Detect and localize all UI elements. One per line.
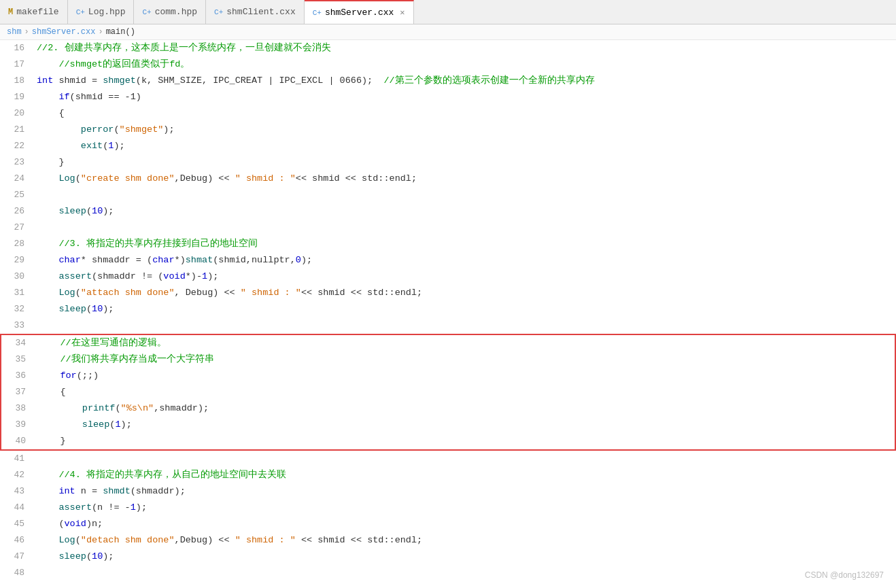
line-content: //我们将共享内存当成一个大字符串	[37, 351, 895, 368]
table-row: 39 sleep(1);	[1, 417, 895, 433]
table-row: 24 Log("create shm done",Debug) << " shm…	[0, 171, 896, 187]
line-number: 45	[0, 516, 35, 532]
line-number: 48	[0, 565, 35, 581]
makefile-icon: M	[8, 7, 13, 17]
line-number: 27	[0, 220, 35, 236]
line-number: 44	[0, 500, 35, 516]
tab-label-shmclient: shmClient.cxx	[226, 7, 295, 17]
table-row: 21 perror("shmget");	[0, 122, 896, 138]
line-content: //4. 将指定的共享内存，从自己的地址空间中去关联	[35, 467, 896, 483]
table-row: 44 assert(n != -1);	[0, 500, 896, 516]
line-content: for(;;)	[37, 368, 895, 384]
tab-shmclient-cxx[interactable]: C+ shmClient.cxx	[206, 0, 305, 24]
breadcrumb: shm › shmServer.cxx › main()	[0, 24, 896, 40]
line-number: 47	[0, 549, 35, 565]
comm-hpp-icon: C+	[142, 8, 151, 16]
highlight-block: 34 //在这里写通信的逻辑。35 //我们将共享内存当成一个大字符串36 fo…	[0, 334, 896, 451]
tab-label-comm-hpp: comm.hpp	[155, 7, 197, 17]
line-content: sleep(10);	[35, 203, 896, 220]
tab-comm-hpp[interactable]: C+ comm.hpp	[134, 0, 206, 24]
table-row: 22 exit(1);	[0, 138, 896, 154]
breadcrumb-file[interactable]: shmServer.cxx	[32, 27, 96, 37]
table-row: 42 //4. 将指定的共享内存，从自己的地址空间中去关联	[0, 467, 896, 483]
line-content: }	[37, 433, 895, 449]
tab-bar: M makefile C+ Log.hpp C+ comm.hpp C+ shm…	[0, 0, 896, 24]
line-number: 36	[1, 368, 37, 384]
line-content: }	[35, 154, 896, 171]
breadcrumb-sep1: ›	[24, 27, 29, 37]
close-tab-button[interactable]: ✕	[400, 7, 404, 18]
tab-label-shmserver: shmServer.cxx	[325, 7, 394, 18]
tab-makefile[interactable]: M makefile	[0, 0, 68, 24]
line-content: int n = shmdt(shmaddr);	[35, 483, 896, 500]
line-number: 42	[0, 467, 35, 483]
line-number: 28	[0, 236, 35, 252]
line-number: 21	[0, 122, 35, 138]
log-hpp-icon: C+	[76, 8, 85, 16]
line-number: 18	[0, 73, 35, 89]
line-content: Log("detach shm done",Debug) << " shmid …	[35, 532, 896, 549]
line-content: {	[37, 384, 895, 400]
tab-log-hpp[interactable]: C+ Log.hpp	[68, 0, 135, 24]
line-number: 22	[0, 138, 35, 154]
line-number: 33	[0, 317, 35, 334]
line-number: 35	[1, 351, 37, 368]
line-number: 25	[0, 187, 35, 203]
line-number: 38	[1, 400, 37, 417]
breadcrumb-shm[interactable]: shm	[7, 27, 22, 37]
watermark: CSDN @dong132697	[805, 570, 884, 580]
line-content: assert(shmaddr != (void*)-1);	[35, 269, 896, 285]
line-content: //3. 将指定的共享内存挂接到自己的地址空间	[35, 236, 896, 252]
table-row: 23 }	[0, 154, 896, 171]
line-content: if(shmid == -1)	[35, 89, 896, 105]
line-number: 24	[0, 171, 35, 187]
line-content: exit(1);	[35, 138, 896, 154]
line-number: 40	[1, 433, 37, 449]
line-content: //在这里写通信的逻辑。	[37, 335, 895, 351]
table-row: 20 {	[0, 105, 896, 122]
line-number: 16	[0, 40, 35, 56]
line-content: char* shmaddr = (char*)shmat(shmid,nullp…	[35, 252, 896, 269]
table-row: 36 for(;;)	[1, 368, 895, 384]
table-row: 17 //shmget的返回值类似于fd。	[0, 56, 896, 73]
table-row: 43 int n = shmdt(shmaddr);	[0, 483, 896, 500]
table-row: 48	[0, 565, 896, 581]
line-content: //shmget的返回值类似于fd。	[35, 56, 896, 73]
table-row: 45 (void)n;	[0, 516, 896, 532]
line-number: 46	[0, 532, 35, 549]
line-number: 31	[0, 285, 35, 301]
line-content: {	[35, 105, 896, 122]
breadcrumb-sep2: ›	[98, 27, 103, 37]
code-area: 16//2. 创建共享内存，这本质上是一个系统内存，一旦创建就不会消失17 //…	[0, 40, 896, 585]
line-number: 41	[0, 451, 35, 467]
line-content: Log("attach shm done", Debug) << " shmid…	[35, 285, 896, 301]
table-row: 26 sleep(10);	[0, 203, 896, 220]
table-row: 37 {	[1, 384, 895, 400]
line-number: 43	[0, 483, 35, 500]
line-content: sleep(10);	[35, 301, 896, 317]
line-number: 32	[0, 301, 35, 317]
line-content: int shmid = shmget(k, SHM_SIZE, IPC_CREA…	[35, 73, 896, 89]
tab-label-makefile: makefile	[16, 7, 58, 17]
line-number: 19	[0, 89, 35, 105]
breadcrumb-func: main()	[106, 27, 135, 37]
line-number: 37	[1, 384, 37, 400]
table-row: 33	[0, 317, 896, 334]
line-content: (void)n;	[35, 516, 896, 532]
table-row: 46 Log("detach shm done",Debug) << " shm…	[0, 532, 896, 549]
table-row: 38 printf("%s\n",shmaddr);	[1, 400, 895, 417]
table-row: 47 sleep(10);	[0, 549, 896, 565]
line-content: //2. 创建共享内存，这本质上是一个系统内存，一旦创建就不会消失	[35, 40, 896, 56]
line-number: 29	[0, 252, 35, 269]
shmclient-icon: C+	[214, 8, 223, 16]
line-content: Log("create shm done",Debug) << " shmid …	[35, 171, 896, 187]
table-row: 40 }	[1, 433, 895, 449]
table-row: 19 if(shmid == -1)	[0, 89, 896, 105]
table-row: 18int shmid = shmget(k, SHM_SIZE, IPC_CR…	[0, 73, 896, 89]
line-content: printf("%s\n",shmaddr);	[37, 400, 895, 417]
table-row: 31 Log("attach shm done", Debug) << " sh…	[0, 285, 896, 301]
table-row: 30 assert(shmaddr != (void*)-1);	[0, 269, 896, 285]
tab-shmserver-cxx[interactable]: C+ shmServer.cxx ✕	[305, 0, 414, 24]
table-row: 41	[0, 451, 896, 467]
line-content: perror("shmget");	[35, 122, 896, 138]
